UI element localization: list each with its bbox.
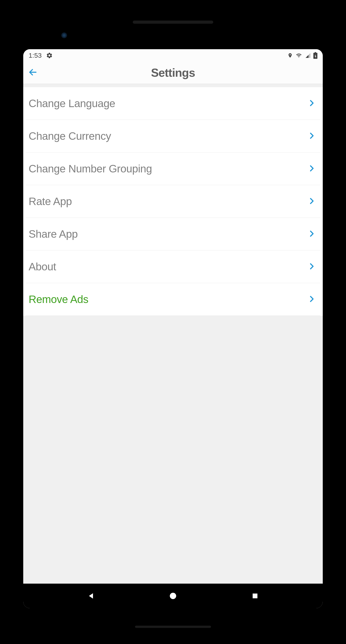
settings-row-change-language[interactable]: Change Language xyxy=(26,87,320,120)
settings-row-label: About xyxy=(29,260,56,273)
settings-row-remove-ads[interactable]: Remove Ads xyxy=(26,283,320,316)
screen: 1:53 xyxy=(23,49,323,608)
earpiece xyxy=(133,20,213,24)
page-title: Settings xyxy=(23,66,323,80)
settings-row-change-number-grouping[interactable]: Change Number Grouping xyxy=(26,152,320,185)
settings-list: Change Language Change Currency Change N… xyxy=(23,87,323,316)
location-icon xyxy=(288,52,293,59)
chevron-right-icon xyxy=(309,198,314,205)
svg-point-1 xyxy=(170,593,176,599)
settings-row-label: Change Currency xyxy=(29,130,111,142)
settings-row-label: Share App xyxy=(29,228,78,240)
android-nav-bar xyxy=(23,584,323,608)
settings-row-rate-app[interactable]: Rate App xyxy=(26,185,320,218)
status-bar: 1:53 xyxy=(23,49,323,62)
gear-icon xyxy=(46,52,53,59)
nav-recents-button[interactable] xyxy=(246,587,264,605)
front-camera xyxy=(61,32,67,38)
back-arrow-icon xyxy=(28,74,37,78)
nav-back-button[interactable] xyxy=(82,587,100,605)
device-inner: 1:53 xyxy=(14,18,332,626)
app-header: Settings xyxy=(23,62,323,84)
settings-row-label: Change Number Grouping xyxy=(29,162,152,175)
chevron-right-icon xyxy=(309,230,314,238)
bottom-speaker xyxy=(135,626,211,628)
chevron-right-icon xyxy=(309,132,314,140)
chevron-right-icon xyxy=(309,165,314,173)
battery-icon xyxy=(313,52,317,59)
back-button[interactable] xyxy=(26,65,40,80)
settings-row-change-currency[interactable]: Change Currency xyxy=(26,120,320,152)
chevron-right-icon xyxy=(309,100,314,107)
chevron-right-icon xyxy=(309,263,314,270)
status-clock: 1:53 xyxy=(29,52,41,59)
device-frame: 1:53 xyxy=(7,11,339,633)
settings-row-label: Remove Ads xyxy=(29,293,88,306)
chevron-right-icon xyxy=(309,296,314,303)
wifi-icon xyxy=(295,52,303,58)
settings-row-label: Rate App xyxy=(29,195,72,208)
cell-signal-icon xyxy=(305,52,311,58)
settings-row-label: Change Language xyxy=(29,97,115,110)
svg-rect-2 xyxy=(253,594,257,598)
content-area: Change Language Change Currency Change N… xyxy=(23,84,323,584)
settings-row-share-app[interactable]: Share App xyxy=(26,218,320,250)
nav-home-button[interactable] xyxy=(164,587,182,605)
settings-row-about[interactable]: About xyxy=(26,250,320,283)
